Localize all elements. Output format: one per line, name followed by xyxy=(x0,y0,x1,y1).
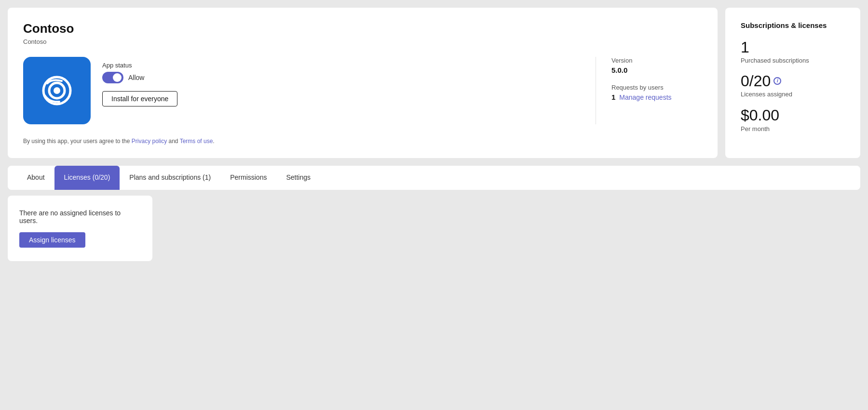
subscriptions-title: Subscriptions & licenses xyxy=(741,21,845,29)
no-licenses-text: There are no assigned licenses to users. xyxy=(19,209,141,225)
requests-section: Requests by users 1 Manage requests xyxy=(611,84,702,101)
app-icon xyxy=(23,57,91,124)
requests-label: Requests by users xyxy=(611,84,702,91)
licenses-label: Licenses assigned xyxy=(741,91,845,98)
app-body: App status Allow Install for everyone xyxy=(23,57,702,124)
licenses-block: 0/20 i Licenses assigned xyxy=(741,73,845,98)
tab-permissions[interactable]: Permissions xyxy=(220,166,276,190)
subscriptions-card: Subscriptions & licenses 1 Purchased sub… xyxy=(725,8,860,158)
purchased-block: 1 Purchased subscriptions xyxy=(741,39,845,64)
tab-container: About Licenses (0/20) Plans and subscrip… xyxy=(8,166,860,190)
app-left: App status Allow Install for everyone xyxy=(23,57,596,124)
requests-row: 1 Manage requests xyxy=(611,93,702,101)
privacy-text: By using this app, your users agree to t… xyxy=(23,138,702,145)
app-status-toggle[interactable] xyxy=(102,72,123,83)
main-card: Contoso Contoso App status xyxy=(8,8,718,158)
app-right: Version 5.0.0 Requests by users 1 Manage… xyxy=(596,57,702,124)
privacy-policy-link[interactable]: Privacy policy xyxy=(132,138,167,145)
purchased-count: 1 xyxy=(741,39,845,56)
tab-settings[interactable]: Settings xyxy=(276,166,320,190)
no-licenses-card: There are no assigned licenses to users.… xyxy=(8,196,152,261)
tabs-bar: About Licenses (0/20) Plans and subscrip… xyxy=(8,166,860,190)
requests-count: 1 xyxy=(611,93,615,101)
toggle-row: Allow xyxy=(102,72,177,83)
version-value: 5.0.0 xyxy=(611,66,702,74)
toggle-thumb xyxy=(113,73,122,82)
price-label: Per month xyxy=(741,125,845,132)
install-for-everyone-button[interactable]: Install for everyone xyxy=(102,91,177,106)
top-area: Contoso Contoso App status xyxy=(8,8,860,158)
manage-requests-link[interactable]: Manage requests xyxy=(619,93,671,101)
privacy-prefix: By using this app, your users agree to t… xyxy=(23,138,132,145)
licenses-info-icon[interactable]: i xyxy=(773,77,781,85)
licenses-count-row: 0/20 i xyxy=(741,73,845,90)
app-title: Contoso xyxy=(23,21,702,36)
app-subtitle: Contoso xyxy=(23,38,702,45)
licenses-count: 0/20 xyxy=(741,73,771,90)
privacy-suffix: . xyxy=(213,138,214,145)
toggle-label: Allow xyxy=(128,74,144,81)
app-status-label: App status xyxy=(102,62,177,69)
version-section: Version 5.0.0 xyxy=(611,57,702,74)
tab-about[interactable]: About xyxy=(17,166,54,190)
content-area: There are no assigned licenses to users.… xyxy=(8,190,860,267)
svg-point-2 xyxy=(54,87,60,94)
tab-licenses[interactable]: Licenses (0/20) xyxy=(54,166,120,190)
assign-licenses-button[interactable]: Assign licenses xyxy=(19,232,85,248)
purchased-label: Purchased subscriptions xyxy=(741,57,845,64)
version-label: Version xyxy=(611,57,702,64)
terms-of-use-link[interactable]: Terms of use xyxy=(180,138,213,145)
tab-plans[interactable]: Plans and subscriptions (1) xyxy=(120,166,220,190)
app-controls: App status Allow Install for everyone xyxy=(102,57,177,106)
price-value: $0.00 xyxy=(741,106,845,124)
price-block: $0.00 Per month xyxy=(741,106,845,132)
privacy-and: and xyxy=(167,138,179,145)
contoso-logo-icon xyxy=(35,69,79,112)
